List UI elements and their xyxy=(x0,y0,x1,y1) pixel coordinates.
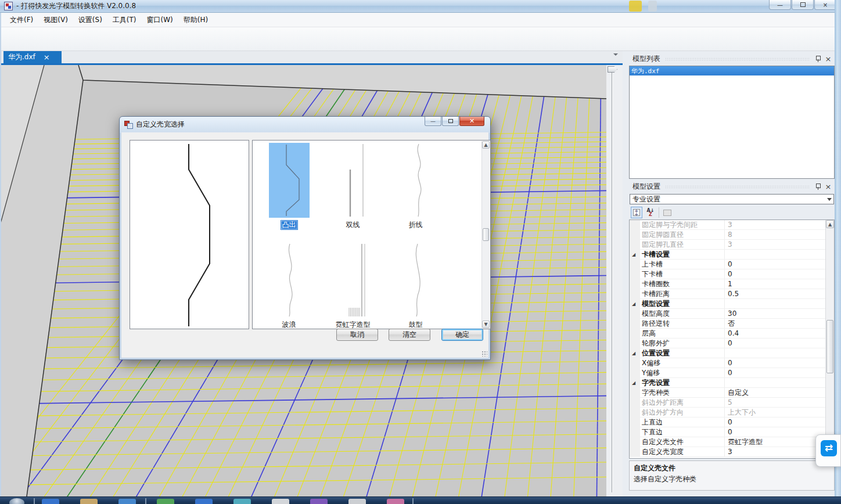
property-value[interactable]: 自定义 xyxy=(725,388,834,398)
taskbar-icon[interactable] xyxy=(272,499,289,504)
taskbar-icon[interactable] xyxy=(310,499,328,504)
propgrid-row[interactable]: X偏移0 xyxy=(630,358,834,368)
menu-item-4[interactable]: 窗口(W) xyxy=(142,13,178,27)
taskbar-icon[interactable] xyxy=(348,499,366,504)
property-value[interactable]: 30 xyxy=(725,309,834,318)
ok-button[interactable]: 确定 xyxy=(441,329,483,341)
pin-icon[interactable] xyxy=(814,55,822,63)
propgrid-row[interactable]: 路径逆转否 xyxy=(630,319,834,329)
propgrid-category-row[interactable]: ◢卡槽设置 xyxy=(630,250,834,260)
menu-item-3[interactable]: 工具(T) xyxy=(107,13,142,27)
scroll-up-icon[interactable]: ▲ xyxy=(482,141,490,149)
shape-option-6[interactable]: 鼓型 xyxy=(385,243,446,330)
property-value[interactable]: 0 xyxy=(725,418,834,426)
model-list-item[interactable]: 华为.dxf xyxy=(630,66,834,75)
shape-option-3[interactable]: 折线 xyxy=(385,143,446,230)
shape-option-1[interactable]: 凸出 xyxy=(258,143,319,230)
pin-icon[interactable] xyxy=(814,183,822,191)
scrollbar-thumb[interactable] xyxy=(483,228,489,241)
chevron-down-icon[interactable] xyxy=(825,195,833,204)
propgrid-row[interactable]: 斜边外扩距离5 xyxy=(630,398,834,408)
property-value[interactable]: 0 xyxy=(725,359,834,367)
property-value[interactable]: 0.5 xyxy=(725,290,834,298)
propgrid-row[interactable]: 固定脚孔直径3 xyxy=(630,240,834,250)
clear-button[interactable]: 清空 xyxy=(389,329,430,341)
propgrid-row[interactable]: Y偏移0 xyxy=(630,368,834,378)
taskbar-icon[interactable] xyxy=(195,499,213,504)
restore-button[interactable] xyxy=(792,0,814,10)
shape-option-4[interactable]: 波浪 xyxy=(258,243,319,330)
menu-item-5[interactable]: 帮助(H) xyxy=(178,13,213,27)
dialog-minimize-button[interactable]: — xyxy=(425,117,441,126)
remote-assist-icon[interactable]: ⇄ xyxy=(821,440,837,456)
zoom-slider-thumb[interactable] xyxy=(608,66,617,73)
menu-item-0[interactable]: 文件(F) xyxy=(5,13,38,27)
property-value[interactable]: 3 xyxy=(725,240,834,249)
tab-list-dropdown-icon[interactable] xyxy=(613,56,618,64)
remote-assist-flap[interactable]: ⇄ xyxy=(815,434,841,467)
start-button[interactable] xyxy=(9,498,24,504)
close-button[interactable]: × xyxy=(814,0,836,10)
property-value[interactable]: 3 xyxy=(725,221,834,229)
propgrid-row[interactable]: 自定义壳文件霓虹字造型 xyxy=(630,437,834,447)
shape-list-scrollbar[interactable]: ▲ ▼ xyxy=(481,141,490,328)
property-value[interactable]: 0 xyxy=(725,270,834,278)
property-value[interactable]: 5 xyxy=(725,398,834,406)
propgrid-row[interactable]: 卡槽距离0.5 xyxy=(630,289,834,299)
propgrid-row[interactable]: 模型高度30 xyxy=(630,309,834,319)
taskbar-icon[interactable] xyxy=(80,499,98,504)
model-list[interactable]: 华为.dxf xyxy=(629,66,835,179)
propgrid-row[interactable]: 上卡槽0 xyxy=(630,260,834,269)
property-grid[interactable]: 固定脚与字壳间距3固定脚圆直径8固定脚孔直径3◢卡槽设置上卡槽0下卡槽0卡槽圈数… xyxy=(629,219,835,459)
property-value[interactable]: 0.4 xyxy=(725,329,834,337)
property-value[interactable]: 1 xyxy=(725,280,834,288)
menu-item-2[interactable]: 设置(S) xyxy=(73,13,107,27)
property-value[interactable]: 上大下小 xyxy=(725,408,834,417)
menu-item-1[interactable]: 视图(V) xyxy=(38,13,73,27)
taskbar[interactable] xyxy=(0,496,841,504)
scroll-down-icon[interactable]: ▼ xyxy=(482,321,490,328)
scrollbar-thumb[interactable] xyxy=(826,320,833,373)
propgrid-row[interactable]: 下直边0 xyxy=(630,427,834,437)
zoom-slider-track[interactable] xyxy=(612,67,612,492)
shape-list[interactable]: ▲ ▼ 凸出双线折线波浪霓虹字造型鼓型 xyxy=(252,140,491,329)
categorized-view-icon[interactable] xyxy=(631,207,642,218)
close-icon[interactable]: × xyxy=(824,183,832,191)
alphabetical-sort-icon[interactable]: A↓Z xyxy=(645,207,656,218)
propgrid-row[interactable]: 斜边外扩方向上大下小 xyxy=(630,408,834,417)
property-value[interactable]: 8 xyxy=(725,231,834,239)
propgrid-row[interactable]: 下卡槽0 xyxy=(630,269,834,279)
minimize-button[interactable]: — xyxy=(769,0,791,10)
propgrid-category-row[interactable]: ◢模型设置 xyxy=(630,299,834,309)
taskbar-icon[interactable] xyxy=(118,499,136,504)
propgrid-row[interactable]: 卡槽圈数1 xyxy=(630,279,834,289)
propgrid-row[interactable]: 上直边0 xyxy=(630,417,834,427)
settings-preset-select[interactable]: 专业设置 xyxy=(630,194,834,204)
taskbar-icon[interactable] xyxy=(233,499,251,504)
dialog-close-button[interactable]: ✕ xyxy=(459,117,484,126)
taskbar-icon[interactable] xyxy=(42,499,59,504)
tab-huawei-dxf[interactable]: 华为.dxf × xyxy=(3,51,62,63)
propgrid-row[interactable]: 固定脚与字壳间距3 xyxy=(630,220,834,230)
taskbar-icon[interactable] xyxy=(387,499,404,504)
propgrid-row[interactable]: 字壳种类自定义 xyxy=(630,388,834,398)
close-icon[interactable]: × xyxy=(824,55,832,63)
propgrid-scrollbar[interactable]: ▲ ▼ xyxy=(825,220,834,458)
dialog-maximize-button[interactable] xyxy=(442,117,459,126)
shape-option-5[interactable]: 霓虹字造型 xyxy=(322,243,383,330)
propgrid-category-row[interactable]: ◢位置设置 xyxy=(630,348,834,358)
property-value[interactable]: 0 xyxy=(725,339,834,347)
dialog-resize-grip[interactable] xyxy=(481,351,487,357)
propgrid-row[interactable]: 轮廓外扩0 xyxy=(630,339,834,348)
tab-close-icon[interactable]: × xyxy=(44,53,50,62)
propgrid-row[interactable]: 层高0.4 xyxy=(630,329,834,339)
propgrid-row[interactable]: 固定脚圆直径8 xyxy=(630,230,834,240)
property-value[interactable]: 否 xyxy=(725,319,834,329)
property-value[interactable]: 0 xyxy=(725,369,834,377)
propgrid-row[interactable]: 自定义壳宽度3 xyxy=(630,447,834,457)
scroll-up-icon[interactable]: ▲ xyxy=(826,220,834,228)
cancel-button[interactable]: 取消 xyxy=(336,329,378,341)
taskbar-icon[interactable] xyxy=(157,499,174,504)
propgrid-category-row[interactable]: ◢字壳设置 xyxy=(630,378,834,388)
shape-option-2[interactable]: 双线 xyxy=(322,143,383,230)
